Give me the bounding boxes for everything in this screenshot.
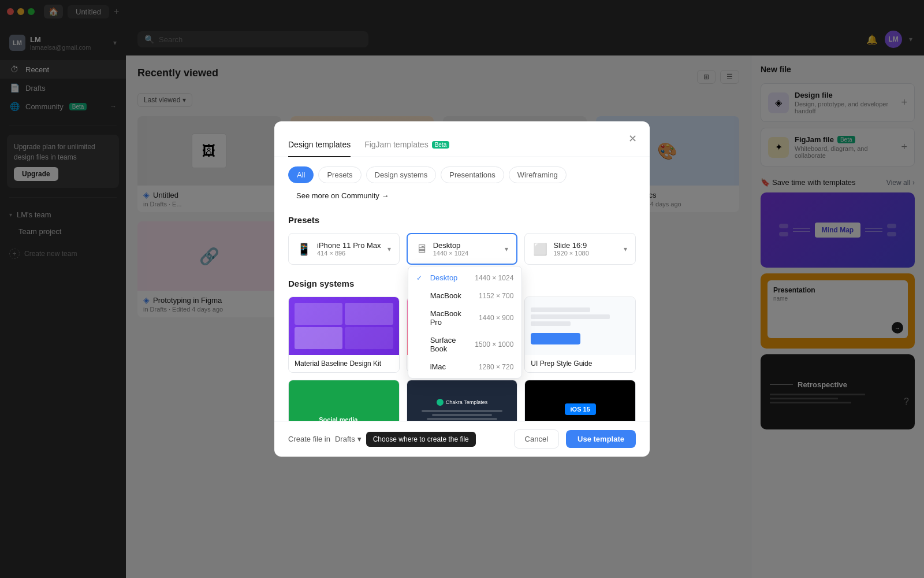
design-thumb: Chakra Templates xyxy=(407,380,517,421)
design-name: UI Prep Style Guide xyxy=(525,355,635,372)
preview-block xyxy=(295,303,342,325)
dropdown-dims: 1500 × 1000 xyxy=(475,340,513,349)
preset-desktop[interactable]: 🖥 Desktop 1440 × 1024 ▾ ✓ Desktop 1440 ×… xyxy=(407,233,518,265)
filter-presets[interactable]: Presets xyxy=(318,166,361,183)
dropdown-dims: 1152 × 700 xyxy=(479,292,513,300)
design-card-ui-prep[interactable]: UI Prep Style Guide xyxy=(524,297,636,373)
preset-name: Desktop xyxy=(433,241,500,250)
dropdown-item-macbook-pro[interactable]: MacBook Pro 1440 × 900 xyxy=(408,305,522,331)
preview-line xyxy=(531,321,570,326)
preset-dims: 1920 × 1080 xyxy=(553,250,618,257)
preset-info: Slide 16:9 1920 × 1080 xyxy=(553,241,618,257)
chakra-header: Chakra Templates xyxy=(437,399,487,406)
dropdown-dims: 1440 × 900 xyxy=(479,314,513,322)
preview-line xyxy=(531,314,610,319)
dropdown-item-imac[interactable]: iMac 1280 × 720 xyxy=(408,358,522,376)
social-title: Social mediaimage templates xyxy=(319,416,368,421)
modal-overlay[interactable]: Design templates FigJam templates Beta ✕… xyxy=(0,0,924,578)
dropdown-item-macbook[interactable]: MacBook 1152 × 700 xyxy=(408,287,522,305)
presets-grid: 📱 iPhone 11 Pro Max 414 × 896 ▾ 🖥 Deskto… xyxy=(288,233,636,265)
location-chevron-icon: ▾ xyxy=(357,435,362,443)
design-thumb xyxy=(525,297,635,355)
preset-name: iPhone 11 Pro Max xyxy=(317,241,382,250)
filter-presentations[interactable]: Presentations xyxy=(441,166,504,183)
desktop-preset-dropdown: ✓ Desktop 1440 × 1024 MacBook 1152 × 700… xyxy=(408,266,523,379)
chakra-icon xyxy=(437,399,444,406)
preview-line xyxy=(432,414,493,416)
preset-chevron-icon[interactable]: ▾ xyxy=(505,245,508,253)
figjam-tab-badge: Beta xyxy=(432,141,450,149)
dropdown-label: iMac xyxy=(430,362,474,371)
tab-design-templates[interactable]: Design templates xyxy=(288,133,351,157)
footer-location: Create file in Drafts ▾ Choose where to … xyxy=(288,432,507,447)
dropdown-label: Desktop xyxy=(430,273,471,282)
preset-iphone[interactable]: 📱 iPhone 11 Pro Max 414 × 896 ▾ xyxy=(288,233,400,265)
preset-info: Desktop 1440 × 1024 xyxy=(433,241,500,257)
modal-close-button[interactable]: ✕ xyxy=(624,131,640,147)
design-templates-modal: Design templates FigJam templates Beta ✕… xyxy=(274,121,650,457)
tab-figjam-templates[interactable]: FigJam templates Beta xyxy=(364,133,449,157)
phone-icon: 📱 xyxy=(297,242,311,256)
preview-block xyxy=(345,303,393,325)
preset-chevron-icon: ▾ xyxy=(624,245,627,253)
filter-design-systems[interactable]: Design systems xyxy=(366,166,437,183)
dropdown-label: MacBook Pro xyxy=(430,309,474,327)
create-in-label: Create file in xyxy=(288,435,330,443)
preview-line xyxy=(531,307,590,312)
design-thumb xyxy=(289,297,399,355)
use-template-button[interactable]: Use template xyxy=(566,430,636,448)
design-thumb: Social mediaimage templates xyxy=(289,380,399,421)
preset-slide[interactable]: ⬜ Slide 16:9 1920 × 1080 ▾ xyxy=(524,233,636,265)
material-preview xyxy=(289,297,399,355)
preset-name: Slide 16:9 xyxy=(553,241,618,250)
preset-info: iPhone 11 Pro Max 414 × 896 xyxy=(317,241,382,257)
desktop-icon: 🖥 xyxy=(416,242,427,255)
preview-button xyxy=(531,333,580,344)
cancel-button[interactable]: Cancel xyxy=(514,429,559,449)
preset-chevron-icon: ▾ xyxy=(388,245,391,253)
dropdown-dims: 1440 × 1024 xyxy=(475,274,513,282)
tooltip-bubble: Choose where to create the file xyxy=(366,432,476,447)
filter-all[interactable]: All xyxy=(288,166,314,183)
dropdown-item-surface-book[interactable]: Surface Book 1500 × 1000 xyxy=(408,331,522,358)
preview-line xyxy=(427,418,497,420)
location-label: Drafts xyxy=(335,435,355,443)
modal-header: Design templates FigJam templates Beta ✕ xyxy=(274,121,650,157)
design-card-material[interactable]: Material Baseline Design Kit xyxy=(288,297,400,373)
preset-dims: 414 × 896 xyxy=(317,250,382,257)
dropdown-dims: 1280 × 720 xyxy=(479,363,513,371)
design-thumb: iOS 15 xyxy=(525,380,635,421)
figjam-tab-content: FigJam templates Beta xyxy=(364,140,449,149)
ios-label: iOS 15 xyxy=(565,403,596,415)
chakra-label: Chakra Templates xyxy=(446,399,487,405)
dropdown-item-desktop[interactable]: ✓ Desktop 1440 × 1024 xyxy=(408,269,522,287)
location-picker[interactable]: Drafts ▾ xyxy=(335,435,362,443)
dropdown-label: Surface Book xyxy=(430,336,471,353)
preset-dims: 1440 × 1024 xyxy=(433,250,500,257)
filter-wireframing[interactable]: Wireframing xyxy=(509,166,567,183)
ui-prep-preview xyxy=(525,302,635,350)
modal-body: All Presets Design systems Presentations… xyxy=(274,157,650,421)
preview-block xyxy=(295,327,342,349)
filter-community[interactable]: See more on Community → xyxy=(288,188,397,203)
dropdown-label: MacBook xyxy=(430,291,474,300)
preview-line xyxy=(422,410,502,412)
preview-block xyxy=(345,327,393,349)
design-card-social-media[interactable]: Social mediaimage templates Social media… xyxy=(288,380,400,421)
design-card-chakra[interactable]: Chakra Templates Chakra Templates UI Kit xyxy=(407,380,518,421)
slide-icon: ⬜ xyxy=(533,242,547,256)
modal-footer: Create file in Drafts ▾ Choose where to … xyxy=(274,421,650,457)
check-icon: ✓ xyxy=(416,274,426,282)
design-card-ios15[interactable]: iOS 15 iOS 15 UI Kit xyxy=(524,380,636,421)
design-name: Material Baseline Design Kit xyxy=(289,355,399,372)
filter-pills: All Presets Design systems Presentations… xyxy=(288,166,636,203)
figjam-tab-label: FigJam templates xyxy=(364,140,428,149)
presets-section-title: Presets xyxy=(288,215,636,225)
